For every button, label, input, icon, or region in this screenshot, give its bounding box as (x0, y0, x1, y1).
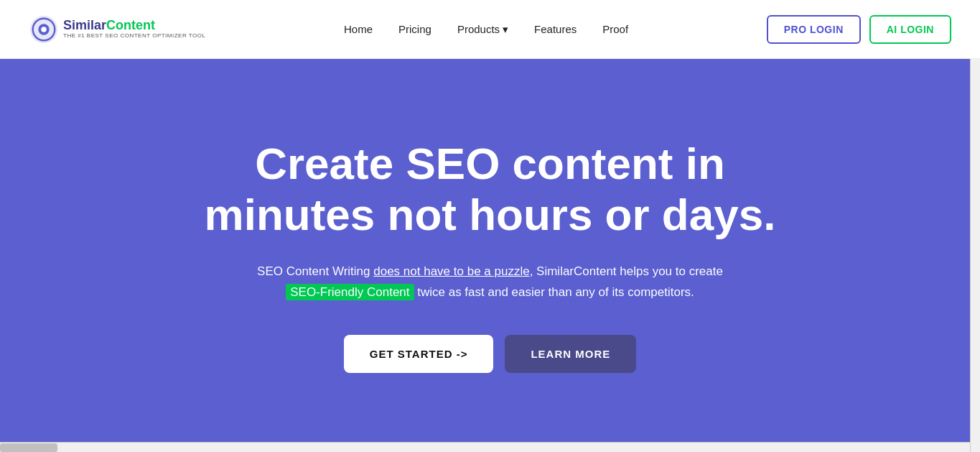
hero-title: Create SEO content in minutes not hours … (205, 138, 776, 241)
logo-text: SimilarContent THE #1 BEST SEO CONTENT O… (63, 19, 205, 40)
vertical-scrollbar[interactable] (970, 0, 980, 452)
ai-login-button[interactable]: AI LOGIN (869, 15, 951, 44)
logo-brand-first: Similar (63, 18, 106, 32)
hero-highlight: SEO-Friendly Content (286, 284, 414, 300)
hero-subtitle-part3: twice as fast and easier than any of its… (414, 285, 694, 299)
hero-subtitle-link[interactable]: does not have to be a puzzle (373, 264, 529, 278)
hero-subtitle: SEO Content Writing does not have to be … (257, 262, 723, 303)
logo-brand-second: Content (106, 18, 155, 32)
navbar: SimilarContent THE #1 BEST SEO CONTENT O… (0, 0, 980, 59)
nav-link-proof[interactable]: Proof (602, 23, 628, 35)
nav-item-pricing[interactable]: Pricing (398, 23, 431, 36)
hero-subtitle-part1: SEO Content Writing (257, 264, 373, 278)
hero-subtitle-part2: , SimilarContent helps you to create (530, 264, 723, 278)
learn-more-button[interactable]: LEARN MORE (505, 335, 636, 373)
nav-item-features[interactable]: Features (534, 23, 577, 36)
horizontal-scrollbar[interactable] (0, 442, 980, 452)
chevron-down-icon: ▾ (503, 23, 508, 36)
horizontal-scrollbar-thumb[interactable] (0, 443, 57, 452)
nav-item-home[interactable]: Home (344, 23, 373, 36)
nav-list: Home Pricing Products ▾ Features Proof (344, 23, 628, 36)
pro-login-button[interactable]: PRO LOGIN (767, 15, 861, 44)
hero-cta-buttons: GET STARTED -> LEARN MORE (344, 335, 637, 373)
nav-link-pricing[interactable]: Pricing (398, 23, 431, 35)
svg-point-3 (41, 27, 47, 32)
logo-icon (29, 14, 59, 45)
logo[interactable]: SimilarContent THE #1 BEST SEO CONTENT O… (29, 14, 205, 45)
nav-item-products[interactable]: Products ▾ (457, 23, 508, 36)
nav-item-proof[interactable]: Proof (602, 23, 628, 36)
auth-buttons: PRO LOGIN AI LOGIN (767, 15, 951, 44)
hero-section: Create SEO content in minutes not hours … (0, 59, 980, 452)
hero-title-line2: minutes not hours or days. (205, 190, 776, 239)
logo-tagline: THE #1 BEST SEO CONTENT OPTIMIZER TOOL (63, 33, 205, 40)
nav-link-features[interactable]: Features (534, 23, 577, 35)
get-started-button[interactable]: GET STARTED -> (344, 335, 494, 373)
nav-label-products: Products (457, 23, 500, 35)
nav-link-home[interactable]: Home (344, 23, 373, 35)
hero-title-line1: Create SEO content in (255, 139, 725, 188)
